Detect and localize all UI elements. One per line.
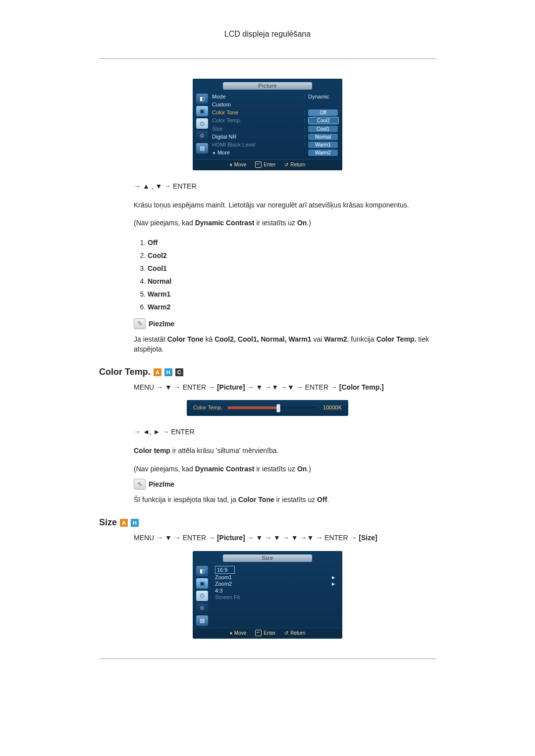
input-icon: ▥ xyxy=(196,143,208,153)
settings-icon: ⏲ xyxy=(196,591,208,601)
osd-label: HDMI Black Level xyxy=(212,141,301,148)
osd-label: Zoom2 xyxy=(215,581,232,587)
section-heading-size: Size A H xyxy=(99,517,436,528)
return-icon: ↺ xyxy=(284,630,288,636)
rule-bottom xyxy=(99,658,436,659)
osd-value: Dynamic xyxy=(308,93,338,100)
badge-c: C xyxy=(175,368,183,376)
slider-handle xyxy=(276,404,280,412)
move-icon: ♦ xyxy=(230,162,232,167)
nav-sequence: → ◄, ► → ENTER xyxy=(134,428,436,436)
osd-row-hdmibl: HDMI Black Level : Warm1 xyxy=(212,141,338,149)
footer-move: Move xyxy=(234,162,246,167)
osd-footer: ♦Move ↵Enter ↺Return xyxy=(193,159,342,170)
footer-return: Return xyxy=(290,162,305,167)
paragraph: (Nav pieejams, kad Dynamic Contrast ir i… xyxy=(134,464,436,474)
osd-colortemp-slider: Color Temp. 10000K xyxy=(187,400,348,416)
slider-fill xyxy=(228,406,277,409)
settings-icon: ⏲ xyxy=(196,118,208,129)
slider-track xyxy=(227,406,318,409)
menu-path: MENU → ▼ → ENTER → [Picture] → ▼ → ▼ → ▼… xyxy=(134,533,436,543)
badge-a: A xyxy=(120,519,128,527)
osd-label: Custom xyxy=(212,101,302,108)
osd-value: Cool2 xyxy=(308,117,339,124)
display-icon: ◧ xyxy=(196,566,208,576)
list-item: Warm2 xyxy=(148,301,436,313)
osd-label: Mode xyxy=(212,93,301,100)
paragraph: Krāsu toņus iespējams mainīt. Lietotājs … xyxy=(134,200,436,210)
move-icon: ♦ xyxy=(230,630,232,636)
input-icon: ▥ xyxy=(196,615,208,626)
enter-icon: ↵ xyxy=(255,630,262,636)
rule-top xyxy=(99,58,436,59)
nav-sequence: → ▲ , ▼ → ENTER xyxy=(134,182,436,190)
osd-value: Off xyxy=(308,109,338,116)
note-icon: ✎ xyxy=(134,318,146,329)
sound-icon: ⚙ xyxy=(196,131,208,141)
osd-sidebar-icons: ◧ ▣ ⏲ ⚙ ▥ xyxy=(196,93,208,153)
chevron-right-icon: ▶ xyxy=(332,581,335,587)
slider-value: 10000K xyxy=(323,404,342,410)
osd-label: Size xyxy=(212,125,301,132)
note-label: Piezīme xyxy=(149,320,174,328)
osd-size-selected: 16:9 xyxy=(215,566,235,574)
badge-h: H xyxy=(164,368,172,376)
osd-size: Size ◧ ▣ ⏲ ⚙ ▥ 16:9 Zoom1 ▶ xyxy=(193,551,342,639)
osd-value: Warm1 xyxy=(308,142,338,148)
note-text: Ja iestatāt Color Tone kā Cool2, Cool1, … xyxy=(134,334,436,354)
osd-picture-title: Picture xyxy=(223,82,312,90)
osd-footer: ♦Move ↵Enter ↺Return xyxy=(193,628,342,638)
osd-size-row: Screen Fit xyxy=(212,594,338,601)
enter-icon: ↵ xyxy=(255,161,262,168)
osd-label: Digital NR xyxy=(212,133,301,140)
footer-move: Move xyxy=(234,630,246,636)
paragraph: Color temp ir attēla krāsu 'siltuma' mēr… xyxy=(134,446,436,455)
options-list: Off Cool2 Cool1 Normal Warm1 Warm2 xyxy=(134,236,436,313)
footer-enter: Enter xyxy=(264,630,275,636)
list-item: Cool1 xyxy=(148,262,436,275)
picture-icon: ▣ xyxy=(196,106,208,116)
osd-label: Color Temp. xyxy=(212,117,301,124)
page-title: LCD displeja regulēšana xyxy=(99,30,436,39)
chevron-right-icon: ▶ xyxy=(332,574,335,581)
list-item: Off xyxy=(148,236,436,249)
list-item: Warm1 xyxy=(148,288,436,301)
section-heading-colortemp: Color Temp. A H C xyxy=(99,367,436,377)
osd-size-row: Zoom2 ▶ xyxy=(212,581,338,587)
osd-value: Warm2 xyxy=(308,150,338,156)
osd-row-digitalnr: Digital NR : Normal xyxy=(212,133,338,141)
osd-row-mode: Mode : Dynamic xyxy=(212,93,338,101)
sound-icon: ⚙ xyxy=(196,603,208,613)
osd-size-title: Size xyxy=(223,554,312,562)
return-icon: ↺ xyxy=(284,162,288,167)
osd-label: Zoom1 xyxy=(215,574,232,581)
osd-label: Color Tone xyxy=(212,109,301,116)
badge-h: H xyxy=(131,519,139,527)
osd-row-custom: Custom xyxy=(212,101,338,108)
osd-row-colortone: Color Tone : Off xyxy=(212,108,338,116)
note-text: Šī funkcija ir iespējota tikai tad, ja C… xyxy=(134,495,436,504)
menu-path: MENU → ▼ → ENTER → [Picture] → ▼ →▼ →▼ →… xyxy=(134,382,436,392)
osd-row-size: Size : Cool1 xyxy=(212,125,338,133)
paragraph: (Nav pieejams, kad Dynamic Contrast ir i… xyxy=(134,218,436,228)
note-icon: ✎ xyxy=(134,479,146,490)
picture-icon: ▣ xyxy=(196,578,208,589)
osd-size-row: 4:3 xyxy=(212,587,338,594)
footer-return: Return xyxy=(290,630,305,636)
osd-value: Normal xyxy=(308,134,338,140)
osd-size-row: Zoom1 ▶ xyxy=(212,574,338,581)
osd-label: More xyxy=(217,150,230,155)
list-item: Cool2 xyxy=(148,249,436,262)
osd-row-colortemp: Color Temp. : Cool2 xyxy=(212,116,338,125)
slider-label: Color Temp. xyxy=(193,404,222,410)
osd-picture: Picture ◧ ▣ ⏲ ⚙ ▥ Mode : Dynamic Cu xyxy=(193,79,342,170)
note-label: Piezīme xyxy=(149,480,174,488)
osd-row-more: ▼More Warm2 xyxy=(212,149,338,157)
display-icon: ◧ xyxy=(196,94,208,104)
footer-enter: Enter xyxy=(264,162,275,167)
osd-sidebar-icons: ◧ ▣ ⏲ ⚙ ▥ xyxy=(196,565,208,626)
badge-a: A xyxy=(154,368,161,376)
osd-size-row: 16:9 xyxy=(212,566,338,574)
chevron-down-icon: ▼ xyxy=(212,151,216,155)
osd-value: Cool1 xyxy=(308,126,338,132)
